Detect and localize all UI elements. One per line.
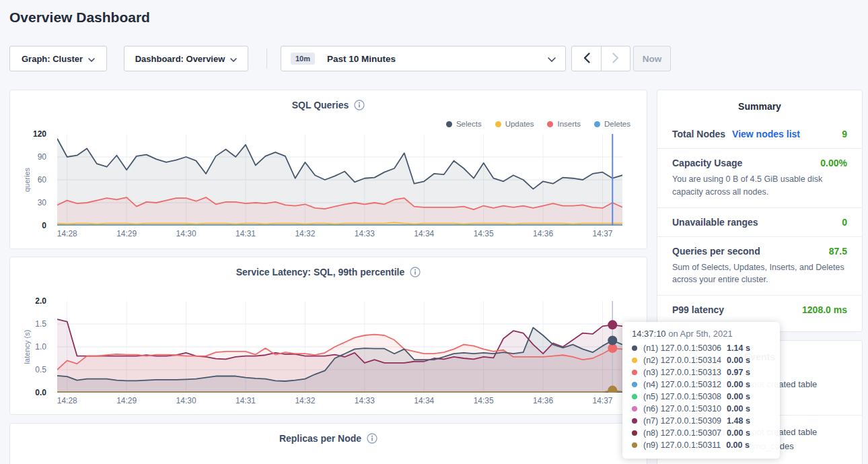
summary-title: Summary	[657, 90, 862, 112]
tooltip-node-value: 0.00 s	[727, 428, 750, 438]
y-tick-label: 1.5	[35, 319, 46, 329]
y-tick-label: 60	[38, 175, 46, 185]
tooltip-node-row: (n4) 127.0.0.1:503120.00 s	[632, 378, 770, 391]
series-dot-icon	[632, 370, 637, 375]
series-dot-icon	[632, 394, 637, 399]
y-tick-label: 120	[33, 129, 46, 139]
series-dot-icon	[632, 418, 637, 424]
qps-value: 87.5	[829, 246, 847, 257]
latency-x-axis: 14:2814:2914:3014:3114:3214:3314:3414:35…	[57, 396, 622, 407]
next-time-button[interactable]	[601, 46, 630, 71]
tooltip-node-row: (n1) 127.0.0.1:503061.14 s	[632, 342, 770, 354]
legend-dot-icon	[547, 121, 553, 127]
time-range-label: Past 10 Minutes	[327, 54, 396, 64]
chevron-left-icon	[583, 53, 590, 65]
sql-queries-legend: SelectsUpdatesInsertsDeletes	[446, 120, 630, 128]
tooltip-node-name: (n2) 127.0.0.1:50314	[643, 356, 721, 365]
legend-item-inserts[interactable]: Inserts	[547, 120, 581, 128]
sql-queries-card: SQL Queries SelectsUpdatesInsertsDeletes…	[9, 90, 647, 249]
sql-x-axis: 14:2814:2914:3014:3114:3214:3314:3414:35…	[57, 229, 622, 240]
view-nodes-list-link[interactable]: View nodes list	[732, 129, 800, 139]
toolbar-divider	[266, 48, 267, 69]
tooltip-node-row: (n6) 127.0.0.1:503100.00 s	[632, 403, 770, 415]
sql-y-axis: 0306090120	[10, 134, 52, 226]
info-icon[interactable]	[354, 100, 365, 110]
unavailable-ranges-label: Unavailable ranges	[672, 217, 758, 228]
series-dot-icon	[632, 430, 637, 436]
tooltip-node-row: (n7) 127.0.0.1:503091.48 s	[632, 415, 770, 427]
now-button[interactable]: Now	[633, 46, 671, 71]
prev-time-button[interactable]	[572, 46, 601, 71]
sql-queries-plot[interactable]	[57, 134, 622, 226]
qps-label: Queries per second	[672, 246, 760, 257]
capacity-usage-description: You are using 0 B of 4.5 GiB usable disk…	[672, 173, 847, 199]
qps-description: Sum of Selects, Updates, Inserts, and De…	[672, 261, 847, 287]
replicas-per-node-card: Replicas per Node	[9, 423, 647, 464]
chevron-down-icon	[88, 54, 95, 64]
legend-item-updates[interactable]: Updates	[495, 120, 534, 128]
x-tick-label: 14:29	[116, 229, 137, 238]
x-tick-label: 14:37	[593, 229, 613, 238]
x-tick-label: 14:34	[414, 396, 434, 405]
sql-queries-chart-title: SQL Queries	[292, 100, 349, 110]
tooltip-node-name: (n8) 127.0.0.1:50307	[643, 428, 721, 438]
x-tick-label: 14:36	[533, 396, 553, 405]
legend-item-selects[interactable]: Selects	[446, 120, 482, 128]
tooltip-node-value: 0.00 s	[727, 356, 750, 365]
summary-panel: Summary Total Nodes View nodes list 9 Ca…	[657, 90, 863, 332]
summary-row-total-nodes: Total Nodes View nodes list 9	[657, 120, 862, 148]
capacity-usage-label: Capacity Usage	[672, 158, 742, 168]
tooltip-node-row: (n3) 127.0.0.1:503130.97 s	[632, 366, 770, 378]
chevron-down-icon	[548, 54, 556, 64]
summary-row-p99: P99 latency 1208.0 ms	[657, 295, 862, 324]
series-dot-icon	[632, 345, 637, 351]
series-dot-icon	[632, 442, 637, 448]
series-dot-icon	[632, 382, 637, 387]
tooltip-node-name: (n7) 127.0.0.1:50309	[643, 416, 721, 426]
service-latency-plot[interactable]	[57, 301, 622, 393]
y-tick-label: 90	[38, 152, 46, 162]
tooltip-node-name: (n6) 127.0.0.1:50310	[643, 404, 721, 413]
legend-item-deletes[interactable]: Deletes	[594, 120, 630, 128]
legend-dot-icon	[446, 121, 452, 127]
y-tick-label: 1.0	[35, 342, 46, 352]
x-tick-label: 14:33	[355, 396, 375, 405]
graph-dropdown-label: Graph: Cluster	[22, 54, 83, 64]
service-latency-chart-title: Service Latency: SQL, 99th percentile	[236, 267, 405, 277]
x-tick-label: 14:36	[533, 229, 553, 238]
tooltip-node-value: 0.00 s	[727, 392, 750, 401]
capacity-usage-value: 0.00%	[820, 158, 847, 168]
x-tick-label: 14:35	[474, 396, 494, 405]
legend-label: Deletes	[604, 120, 630, 128]
y-tick-label: 0	[42, 221, 46, 230]
tooltip-node-name: (n4) 127.0.0.1:50312	[643, 380, 721, 389]
legend-label: Updates	[505, 120, 534, 128]
graph-dropdown[interactable]: Graph: Cluster	[9, 46, 107, 71]
tooltip-node-row: (n9) 127.0.0.1:503110.00 s	[632, 439, 770, 451]
tooltip-node-value: 1.14 s	[727, 343, 750, 353]
tooltip-node-name: (n3) 127.0.0.1:50313	[643, 368, 721, 377]
chevron-right-icon	[612, 53, 619, 65]
x-tick-label: 14:30	[176, 229, 196, 238]
info-icon[interactable]	[410, 267, 421, 277]
tooltip-node-row: (n8) 127.0.0.1:503070.00 s	[632, 427, 770, 439]
legend-dot-icon	[594, 121, 600, 127]
series-dot-icon	[632, 358, 637, 363]
dashboard-dropdown[interactable]: Dashboard: Overview	[124, 46, 248, 71]
tooltip-node-row: (n5) 127.0.0.1:503080.00 s	[632, 391, 770, 403]
replicas-chart-title: Replicas per Node	[279, 433, 361, 444]
y-tick-label: 30	[38, 198, 46, 207]
chevron-down-icon	[230, 54, 237, 64]
info-icon[interactable]	[367, 433, 377, 444]
y-tick-label: 0.5	[35, 365, 46, 374]
tooltip-node-value: 1.48 s	[727, 416, 750, 426]
tooltip-date: on Apr 5th, 2021	[668, 329, 732, 339]
y-tick-label: 0.0	[35, 388, 46, 397]
x-tick-label: 14:28	[57, 229, 77, 238]
summary-row-unavailable: Unavailable ranges 0	[657, 207, 862, 236]
tooltip-node-name: (n9) 127.0.0.1:50311	[643, 440, 721, 450]
tooltip-node-row: (n2) 127.0.0.1:503140.00 s	[632, 354, 770, 366]
legend-label: Selects	[456, 120, 482, 128]
series-dot-icon	[632, 406, 637, 411]
time-range-dropdown[interactable]: 10m Past 10 Minutes	[281, 46, 566, 71]
